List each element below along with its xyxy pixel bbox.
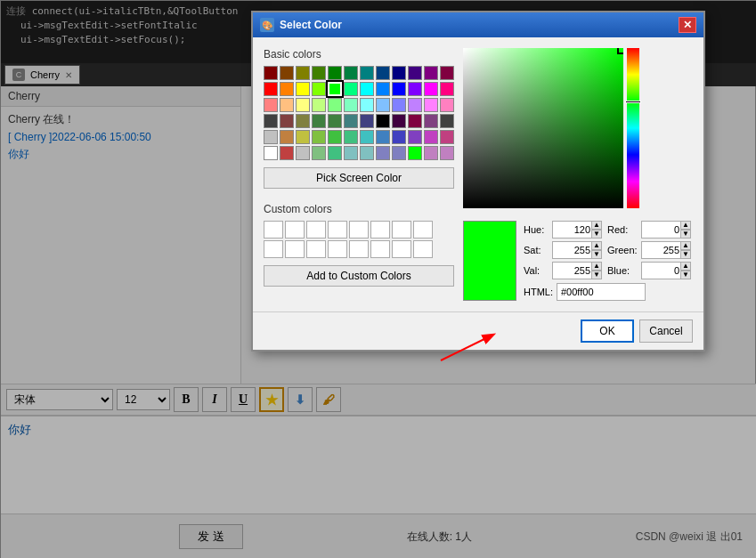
basic-color-swatch[interactable]	[392, 66, 406, 80]
basic-color-swatch[interactable]	[408, 82, 422, 96]
basic-color-swatch[interactable]	[424, 82, 438, 96]
basic-color-swatch[interactable]	[312, 66, 326, 80]
custom-color-swatch[interactable]	[392, 240, 411, 258]
dialog-title-bar[interactable]: 🎨 Select Color ✕	[253, 12, 703, 37]
blue-spin-up[interactable]: ▲	[680, 262, 691, 271]
basic-color-swatch[interactable]	[440, 66, 454, 80]
custom-color-swatch[interactable]	[328, 221, 347, 239]
custom-color-swatch[interactable]	[306, 240, 326, 258]
val-input[interactable]	[552, 262, 593, 279]
basic-color-swatch[interactable]	[328, 98, 342, 112]
basic-color-swatch[interactable]	[296, 82, 310, 96]
hue-spin-up[interactable]: ▲	[591, 221, 602, 230]
basic-color-swatch[interactable]	[264, 114, 278, 128]
basic-color-swatch[interactable]	[376, 66, 390, 80]
basic-color-swatch[interactable]	[280, 146, 294, 160]
blue-input[interactable]	[641, 262, 682, 279]
custom-color-swatch[interactable]	[392, 221, 411, 239]
custom-color-swatch[interactable]	[264, 221, 283, 239]
basic-color-swatch[interactable]	[280, 66, 294, 80]
basic-color-swatch[interactable]	[424, 146, 438, 160]
pick-screen-button[interactable]: Pick Screen Color	[264, 167, 454, 189]
sat-spin-down[interactable]: ▼	[591, 250, 602, 259]
basic-color-swatch[interactable]	[296, 98, 310, 112]
basic-color-swatch[interactable]	[296, 146, 310, 160]
basic-color-swatch[interactable]	[296, 114, 310, 128]
basic-color-swatch[interactable]	[328, 82, 342, 96]
sat-spin-up[interactable]: ▲	[591, 241, 602, 250]
basic-color-swatch[interactable]	[344, 130, 358, 144]
basic-color-swatch[interactable]	[408, 146, 422, 160]
basic-color-swatch[interactable]	[392, 146, 406, 160]
basic-color-swatch[interactable]	[440, 114, 454, 128]
red-input[interactable]	[641, 221, 682, 239]
basic-color-swatch[interactable]	[296, 66, 310, 80]
basic-color-swatch[interactable]	[312, 146, 326, 160]
basic-color-swatch[interactable]	[328, 146, 342, 160]
dialog-close-button[interactable]: ✕	[679, 17, 696, 33]
basic-color-swatch[interactable]	[264, 66, 278, 80]
basic-color-swatch[interactable]	[376, 146, 390, 160]
add-custom-button[interactable]: Add to Custom Colors	[264, 265, 454, 287]
red-spin-down[interactable]: ▼	[680, 230, 691, 239]
basic-color-swatch[interactable]	[328, 66, 342, 80]
custom-color-swatch[interactable]	[370, 240, 390, 258]
green-spinner[interactable]: ▲ ▼	[680, 241, 691, 259]
basic-color-swatch[interactable]	[312, 114, 326, 128]
basic-color-swatch[interactable]	[408, 66, 422, 80]
custom-color-swatch[interactable]	[413, 240, 433, 258]
basic-color-swatch[interactable]	[280, 114, 294, 128]
basic-color-swatch[interactable]	[360, 98, 374, 112]
basic-color-swatch[interactable]	[296, 130, 310, 144]
sat-input[interactable]	[552, 241, 593, 259]
basic-color-swatch[interactable]	[360, 114, 374, 128]
val-spin-up[interactable]: ▲	[591, 262, 602, 271]
green-input[interactable]	[641, 241, 682, 259]
html-input[interactable]	[557, 283, 646, 301]
ok-button[interactable]: OK	[581, 319, 634, 343]
custom-color-swatch[interactable]	[349, 221, 369, 239]
basic-color-swatch[interactable]	[376, 98, 390, 112]
basic-color-swatch[interactable]	[424, 130, 438, 144]
basic-color-swatch[interactable]	[328, 130, 342, 144]
basic-color-swatch[interactable]	[392, 130, 406, 144]
basic-color-swatch[interactable]	[312, 82, 326, 96]
green-spin-down[interactable]: ▼	[680, 250, 691, 259]
basic-color-swatch[interactable]	[280, 130, 294, 144]
basic-color-swatch[interactable]	[328, 114, 342, 128]
basic-color-swatch[interactable]	[280, 82, 294, 96]
basic-color-swatch[interactable]	[376, 130, 390, 144]
blue-spin-down[interactable]: ▼	[680, 271, 691, 279]
val-spinner[interactable]: ▲ ▼	[591, 262, 602, 279]
basic-color-swatch[interactable]	[344, 82, 358, 96]
basic-color-swatch[interactable]	[264, 146, 278, 160]
blue-spinner[interactable]: ▲ ▼	[680, 262, 691, 279]
basic-color-swatch[interactable]	[376, 114, 390, 128]
basic-color-swatch[interactable]	[408, 114, 422, 128]
basic-color-swatch[interactable]	[312, 130, 326, 144]
basic-color-swatch[interactable]	[344, 66, 358, 80]
red-spinner[interactable]: ▲ ▼	[680, 221, 691, 239]
basic-color-swatch[interactable]	[392, 114, 406, 128]
custom-color-swatch[interactable]	[328, 240, 347, 258]
sat-spinner[interactable]: ▲ ▼	[591, 241, 602, 259]
spectrum-canvas[interactable]	[463, 48, 623, 208]
basic-color-swatch[interactable]	[280, 98, 294, 112]
basic-color-swatch[interactable]	[360, 66, 374, 80]
val-spin-down[interactable]: ▼	[591, 271, 602, 279]
basic-color-swatch[interactable]	[392, 82, 406, 96]
custom-color-swatch[interactable]	[264, 240, 283, 258]
basic-color-swatch[interactable]	[376, 82, 390, 96]
basic-color-swatch[interactable]	[408, 130, 422, 144]
cancel-button[interactable]: Cancel	[639, 319, 693, 343]
basic-color-swatch[interactable]	[344, 98, 358, 112]
basic-color-swatch[interactable]	[344, 114, 358, 128]
custom-color-swatch[interactable]	[349, 240, 369, 258]
basic-color-swatch[interactable]	[424, 114, 438, 128]
custom-color-swatch[interactable]	[413, 221, 433, 239]
custom-color-swatch[interactable]	[285, 221, 305, 239]
basic-color-swatch[interactable]	[424, 66, 438, 80]
hue-spinner[interactable]: ▲ ▼	[591, 221, 602, 239]
green-spin-up[interactable]: ▲	[680, 241, 691, 250]
basic-color-swatch[interactable]	[264, 130, 278, 144]
